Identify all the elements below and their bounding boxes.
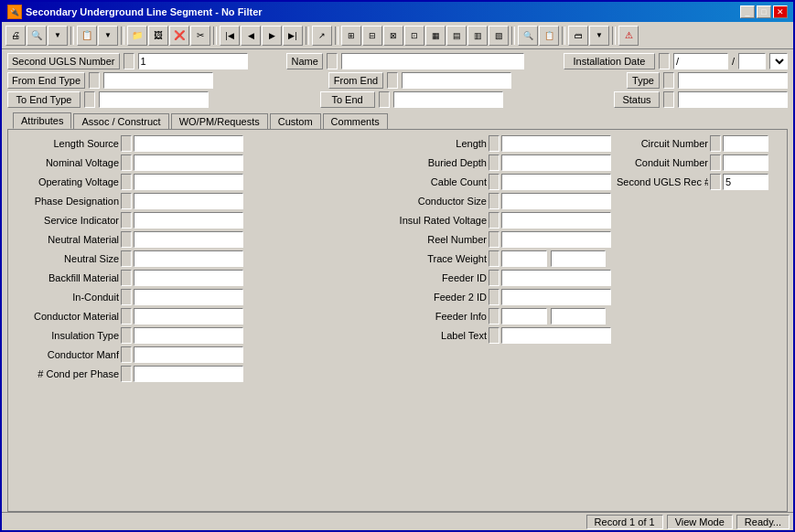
service-indicator-label: Service Indicator xyxy=(14,215,119,226)
from-end-lock xyxy=(387,72,398,89)
toolbar-chart2-button[interactable]: ⊟ xyxy=(362,26,382,46)
to-end-type-input[interactable] xyxy=(99,91,209,108)
attr-row-conductor-size: Conductor Size xyxy=(386,193,611,209)
toolbar-chart3-button[interactable]: ⊠ xyxy=(383,26,403,46)
tab-custom[interactable]: Custom xyxy=(270,113,321,129)
tab-wo-pm-requests[interactable]: WO/PM/Requests xyxy=(171,113,268,129)
maximize-button[interactable]: □ xyxy=(757,5,771,18)
insulation-type-label: Insulation Type xyxy=(14,330,119,341)
attr-row-service-indicator: Service Indicator xyxy=(14,212,377,229)
toolbar-delete-button[interactable]: ❌ xyxy=(169,26,189,46)
from-end-type-input[interactable] xyxy=(103,72,213,89)
installation-date-input[interactable] xyxy=(673,53,728,69)
toolbar-last-button[interactable]: ▶| xyxy=(283,26,303,46)
to-end-type-lock xyxy=(84,91,95,108)
tab-attributes[interactable]: Attributes xyxy=(13,112,71,129)
toolbar-goto-button[interactable]: ↗ xyxy=(312,26,332,46)
toolbar-chart6-button[interactable]: ▤ xyxy=(446,26,467,46)
in-conduit-input[interactable] xyxy=(134,289,243,305)
name-lock xyxy=(327,53,338,69)
minimize-button[interactable]: _ xyxy=(740,5,755,18)
neutral-material-input[interactable] xyxy=(134,231,243,248)
to-end-type-label: To End Type xyxy=(7,91,81,108)
toolbar-chart1-button[interactable]: ⊞ xyxy=(341,26,361,46)
neutral-size-input[interactable] xyxy=(134,250,243,267)
second-ugls-lock xyxy=(124,53,134,69)
toolbar-db-button[interactable]: 🗃 xyxy=(568,26,588,46)
toolbar-search-button[interactable]: 🔍 xyxy=(27,26,47,46)
toolbar-chart7-button[interactable]: ▥ xyxy=(467,26,488,46)
close-button[interactable]: ✕ xyxy=(773,5,788,18)
backfill-material-input[interactable] xyxy=(134,270,243,286)
toolbar-filter-button[interactable]: ▼ xyxy=(48,26,68,46)
status-input[interactable] xyxy=(678,91,788,108)
feeder-info-input2[interactable] xyxy=(551,308,606,325)
conductor-material-input[interactable] xyxy=(134,308,243,325)
tab-assoc-construct[interactable]: Assoc / Construct xyxy=(73,113,168,129)
to-end-input[interactable] xyxy=(393,91,503,108)
toolbar-cut-button[interactable]: ✂ xyxy=(190,26,210,46)
conductor-manf-input[interactable] xyxy=(134,346,243,363)
conductor-size-input[interactable] xyxy=(501,193,611,209)
reel-number-input[interactable] xyxy=(501,231,611,248)
feeder-2-id-input[interactable] xyxy=(501,289,611,305)
buried-depth-lock xyxy=(489,154,500,171)
toolbar-warn-button[interactable]: ⚠ xyxy=(618,26,639,46)
conductor-material-label: Conductor Material xyxy=(14,311,119,322)
name-input[interactable] xyxy=(341,53,524,69)
attr-row-neutral-size: Neutral Size xyxy=(14,250,377,267)
second-ugls-input[interactable] xyxy=(138,53,248,69)
toolbar-dropdown-button[interactable]: ▼ xyxy=(98,26,118,46)
feeder-info-input[interactable] xyxy=(501,308,547,325)
toolbar-copy-button[interactable]: 📋 xyxy=(77,26,97,46)
toolbar-first-button[interactable]: |◀ xyxy=(220,26,240,46)
trace-weight-input2[interactable] xyxy=(551,250,606,267)
toolbar-prev-button[interactable]: ◀ xyxy=(241,26,261,46)
second-ugls-rec-input[interactable] xyxy=(723,174,768,190)
to-end-lock xyxy=(379,91,390,108)
feeder-id-input[interactable] xyxy=(501,270,611,286)
conductor-size-label: Conductor Size xyxy=(386,196,487,207)
toolbar-chart8-button[interactable]: ▧ xyxy=(489,26,509,46)
from-end-input[interactable] xyxy=(402,72,511,89)
insul-rated-voltage-input[interactable] xyxy=(501,212,611,229)
titlebar: 🔌 Secondary Underground Line Segment - N… xyxy=(2,2,793,22)
nominal-voltage-input[interactable] xyxy=(134,154,243,171)
toolbar-print-button[interactable]: 🖨 xyxy=(5,26,26,46)
statusbar: Record 1 of 1 View Mode Ready... xyxy=(2,512,793,530)
label-text-input[interactable] xyxy=(501,327,611,344)
tab-comments[interactable]: Comments xyxy=(323,113,388,129)
attr-row-insulation-type: Insulation Type xyxy=(14,327,377,344)
buried-depth-input[interactable] xyxy=(501,154,611,171)
attr-row-insul-rated-voltage: Insul Rated Voltage xyxy=(386,212,611,229)
insul-rated-voltage-label: Insul Rated Voltage xyxy=(386,215,487,226)
length-input[interactable] xyxy=(501,135,611,152)
toolbar-chart4-button[interactable]: ⊡ xyxy=(404,26,424,46)
type-input[interactable] xyxy=(678,72,788,89)
service-indicator-input[interactable] xyxy=(134,212,243,229)
length-source-input[interactable] xyxy=(134,135,243,152)
conduit-number-input[interactable] xyxy=(723,154,768,171)
toolbar-dbdrop-button[interactable]: ▼ xyxy=(589,26,609,46)
toolbar-next-button[interactable]: ▶ xyxy=(262,26,282,46)
toolbar-list-button[interactable]: 📋 xyxy=(539,26,559,46)
cable-count-input[interactable] xyxy=(501,174,611,190)
attr-row-circuit-number: Circuit Number xyxy=(617,135,781,152)
trace-weight-input[interactable] xyxy=(501,250,547,267)
toolbar-chart5-button[interactable]: ▦ xyxy=(425,26,446,46)
installation-date-input2[interactable] xyxy=(738,53,766,69)
toolbar-image-button[interactable]: 🖼 xyxy=(148,26,168,46)
insulation-type-lock xyxy=(121,327,132,344)
phase-designation-input[interactable] xyxy=(134,193,243,209)
length-source-lock xyxy=(121,135,132,152)
toolbar-open-button[interactable]: 📁 xyxy=(127,26,147,46)
label-text-lock xyxy=(489,327,500,344)
attr-row-cable-count: Cable Count xyxy=(386,174,611,190)
circuit-number-input[interactable] xyxy=(723,135,768,152)
toolbar-zoom-button[interactable]: 🔍 xyxy=(518,26,538,46)
operating-voltage-lock xyxy=(121,174,132,190)
cond-per-phase-input[interactable] xyxy=(134,366,243,382)
installation-date-dropdown[interactable] xyxy=(769,53,788,69)
operating-voltage-input[interactable] xyxy=(134,174,243,190)
insulation-type-input[interactable] xyxy=(134,327,243,344)
